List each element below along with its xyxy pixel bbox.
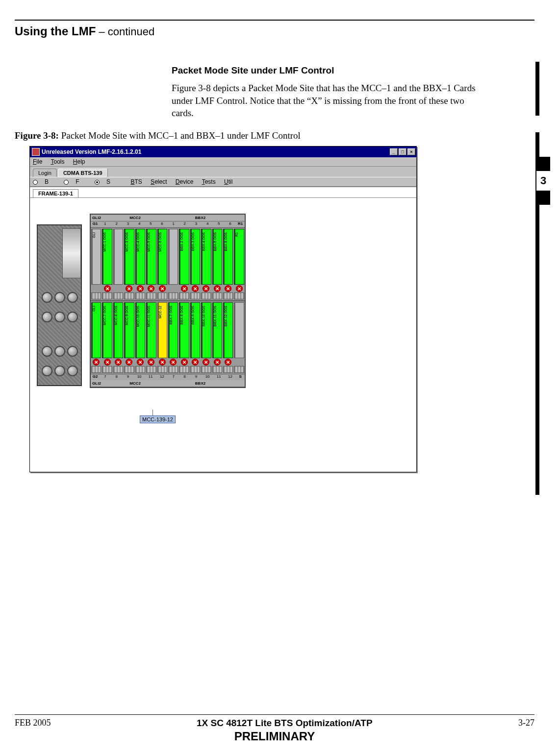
close-button[interactable]: × [407,148,415,155]
card-face: MCC-1 OOS [102,229,112,285]
status-x-icon: ✕ [203,359,209,366]
card-foot [201,293,211,299]
card-status-row: ✕ [212,285,222,293]
card-slot[interactable]: BBX-5 OOS✕ [212,229,222,299]
card-status-row: ✕ [157,285,167,293]
card-slot[interactable]: BBX-4 OOS✕ [201,229,211,299]
card-foot [102,293,112,299]
submenu-select[interactable]: Select [151,178,167,185]
card-face: MCC-3 OOS [124,229,134,285]
card-slot[interactable]: BBX-7 OOS✕ [168,302,178,373]
radio-s[interactable]: S [95,178,117,185]
card-status-row: ✕ [124,285,134,293]
card-slot[interactable]: BBX-11 OOS✕ [212,302,222,373]
card-slot[interactable]: MCC-10 OOS✕ [135,302,145,373]
status-x-icon: ✕ [93,359,100,366]
card-slot[interactable]: GLI [91,229,101,299]
card-status-row: ✕ [190,285,200,293]
card-label: BBX-8 OOS [180,306,183,325]
footer-date: FEB 2005 [15,718,51,729]
card-status-row: ✕ [157,358,167,366]
submenu-util[interactable]: Util [224,178,232,185]
slot-number: 1 [100,221,111,227]
card-label: BBX-10 OOS [202,306,205,326]
tab-login[interactable]: Login [33,169,57,177]
menubar: File Tools Help [30,157,416,167]
card-slot[interactable]: BBX-12 OOS✕ [223,302,233,373]
card-foot [179,293,189,299]
card-label: MCC-10 OOS [136,306,140,327]
app-window: Unreleased Version LMF-2.16.1.2.01 _ □ ×… [29,146,417,472]
card-face: BBX-3 OOS [190,229,200,285]
slot-number: 9 [122,374,133,380]
card-slot[interactable]: BBX-2 OOS✕ [179,229,189,299]
card-slot[interactable]: GLI✕ [91,302,101,373]
rack-header-bottom: GLI2 MCC2 BBX2 [91,380,245,387]
card-face [113,229,123,285]
card-slot[interactable] [168,229,178,299]
slot-number: 6 [225,221,236,227]
card-slot[interactable]: MCC-7 OOS✕ [102,302,112,373]
card-slot[interactable]: BBX-10 OOS✕ [201,302,211,373]
card-foot [223,293,233,299]
change-bar [535,62,539,116]
card-slot[interactable]: BBX-3 OOS✕ [190,229,200,299]
page-footer: FEB 2005 1X SC 4812T Lite BTS Optimizati… [15,710,534,743]
footer-status: PRELIMINARY [15,730,534,743]
card-foot [135,366,145,373]
card-slot[interactable]: MCC-8 OOS✕ [113,302,123,373]
card-face: BBX-4 OOS [201,229,211,285]
menu-help[interactable]: Help [73,158,85,165]
card-face: BBX-5 OOS [212,229,222,285]
card-status-row: ✕ [212,358,222,366]
card-foot [212,293,222,299]
status-x-icon: ✕ [148,359,154,366]
card-foot [146,293,156,299]
card-face: BBX-8 OOS [179,302,189,358]
titlebar[interactable]: Unreleased Version LMF-2.16.1.2.01 _ □ × [30,146,416,157]
card-foot [91,366,101,373]
card-slot[interactable]: BBX-6 OOS✕ [223,229,233,299]
status-x-icon: ✕ [203,285,209,292]
submenu-device[interactable]: Device [176,178,194,185]
card-slot[interactable]: MCC-5 OOS✕ [146,229,156,299]
card-status-row: ✕ [234,285,244,293]
change-bar [535,132,539,146]
card-slot[interactable] [234,302,244,373]
card-label: BBX-6 OOS [224,232,228,251]
menu-file[interactable]: File [33,158,42,165]
frame-tab[interactable]: FRAME-139-1 [33,189,78,197]
tab-bts[interactable]: CDMA BTS-139 [58,169,108,177]
radio-f[interactable]: F [64,178,86,185]
card-face: MCC-8 OOS [113,302,123,358]
radio-b[interactable]: B [33,178,55,185]
card-slot[interactable]: MCC-3 OOS✕ [124,229,134,299]
card-slot[interactable]: R1✕ [234,229,244,299]
app-icon [32,148,40,156]
maximize-button[interactable]: □ [399,148,407,155]
submenu-tests[interactable]: Tests [202,178,216,185]
sub-menubar: B F S BTS Select Device Tests Util [30,177,416,187]
card-face: MCC-6 OOS [157,229,167,285]
change-bar [535,191,539,495]
card-slot[interactable] [113,229,123,299]
card-status-row: ✕ [124,358,134,366]
card-slot[interactable]: MCC-4 OOS✕ [135,229,145,299]
slot-number: 4 [134,221,145,227]
card-slot[interactable]: MCC-1 OOS✕ [102,229,112,299]
card-slot[interactable]: BBX-8 OOS✕ [179,302,189,373]
card-slot[interactable]: MCC-12✕ [157,302,167,373]
card-slot[interactable]: MCC-9 OOS✕ [124,302,134,373]
rack-header-left: GLI2 [91,216,102,220]
menu-tools[interactable]: Tools [51,158,64,165]
submenu-bts[interactable]: BTS [130,178,142,185]
card-slot[interactable]: MCC-11 OOS✕ [146,302,156,373]
minimize-button[interactable]: _ [390,148,398,155]
card-face: MCC-4 OOS [135,229,145,285]
card-status-row: ✕ [102,285,112,293]
card-slot[interactable]: MCC-6 OOS✕ [157,229,167,299]
slot-number: 9 [190,374,202,380]
footer-rule [15,714,534,715]
card-slot[interactable]: BBX-9 OOS✕ [190,302,200,373]
status-x-icon: ✕ [214,285,221,292]
